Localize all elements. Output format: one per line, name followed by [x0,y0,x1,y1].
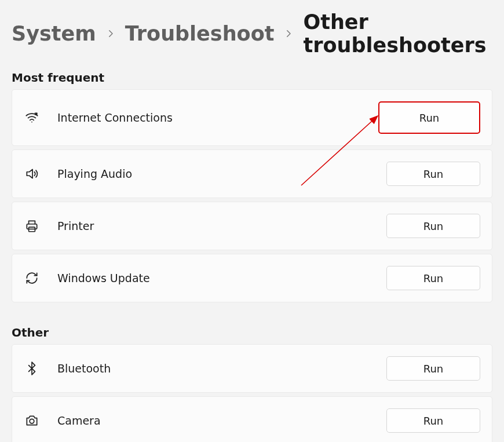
sync-icon [24,270,40,286]
camera-icon [24,412,40,429]
troubleshooter-label: Playing Audio [57,167,386,180]
speaker-icon [24,166,40,182]
section-title-other: Other [0,306,504,344]
list-other: Bluetooth Run Camera Run [0,344,504,442]
run-button-printer[interactable]: Run [386,214,480,238]
troubleshooter-playing-audio: Playing Audio Run [12,149,492,198]
section-title-most-frequent: Most frequent [0,60,504,89]
troubleshooter-label: Bluetooth [57,362,386,375]
run-button-internet-connections[interactable]: Run [378,101,480,134]
svg-point-0 [31,122,32,123]
breadcrumb-troubleshoot[interactable]: Troubleshoot [125,22,275,45]
printer-icon [24,218,40,234]
troubleshooter-label: Camera [57,414,386,427]
chevron-right-icon [105,28,116,39]
breadcrumb-current: Other troubleshooters [303,10,492,57]
run-button-playing-audio[interactable]: Run [386,162,480,186]
troubleshooter-camera: Camera Run [12,396,492,442]
breadcrumb-system[interactable]: System [12,22,96,45]
list-most-frequent: Internet Connections Run Playing Audio R… [0,89,504,302]
troubleshooter-windows-update: Windows Update Run [12,254,492,302]
troubleshooter-label: Internet Connections [57,111,378,124]
wifi-icon [24,109,40,126]
troubleshooter-printer: Printer Run [12,202,492,250]
bluetooth-icon [24,360,40,377]
run-button-camera[interactable]: Run [386,408,480,433]
run-button-bluetooth[interactable]: Run [386,356,480,381]
chevron-right-icon [283,28,294,39]
breadcrumb: System Troubleshoot Other troubleshooter… [0,0,504,60]
troubleshooter-bluetooth: Bluetooth Run [12,344,492,393]
troubleshooter-label: Windows Update [57,272,386,284]
troubleshooter-internet-connections: Internet Connections Run [12,89,492,146]
svg-point-3 [30,419,34,423]
run-button-windows-update[interactable]: Run [386,266,480,290]
troubleshooter-label: Printer [57,220,386,232]
